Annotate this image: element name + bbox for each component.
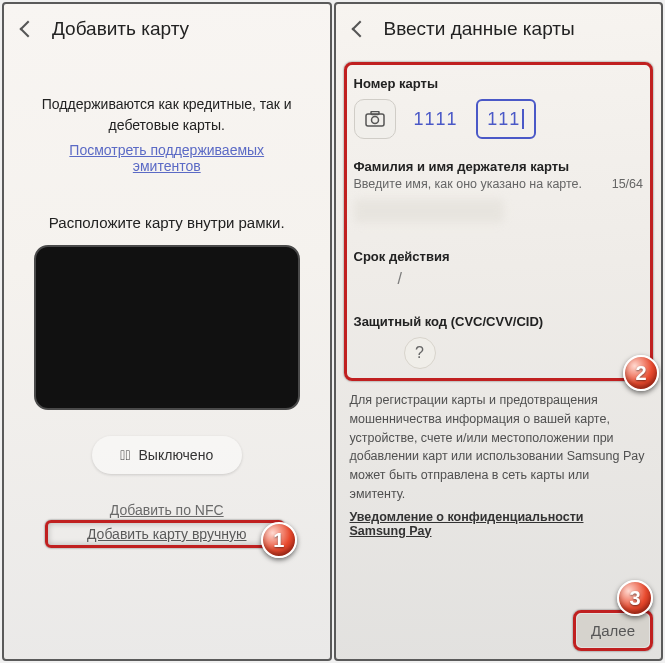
page-title: Ввести данные карты bbox=[384, 18, 575, 40]
cardnum-label: Номер карты bbox=[354, 76, 644, 91]
lead-text: Поддерживаются как кредитные, так и дебе… bbox=[24, 94, 310, 136]
expiry-sep: / bbox=[398, 270, 402, 288]
annotation-badge-3: 3 bbox=[617, 580, 653, 616]
supported-link[interactable]: Посмотреть поддерживаемых эмитентов bbox=[24, 142, 310, 174]
next-button[interactable]: Далее bbox=[577, 614, 649, 647]
camera-card-frame[interactable] bbox=[34, 245, 300, 410]
svg-rect-2 bbox=[371, 112, 379, 115]
back-icon[interactable] bbox=[351, 21, 368, 38]
privacy-link[interactable]: Уведомление о конфиденциальности Samsung… bbox=[336, 510, 662, 538]
holder-input[interactable] bbox=[354, 199, 504, 223]
instruction: Расположите карту внутри рамки. bbox=[24, 214, 310, 231]
holder-label: Фамилия и имя держателя карты bbox=[354, 159, 644, 174]
holder-hint: Введите имя, как оно указано на карте. bbox=[354, 177, 583, 191]
header-left: Добавить карту bbox=[4, 4, 330, 54]
cvc-help-icon[interactable]: ? bbox=[404, 337, 436, 369]
cvc-label: Защитный код (CVC/CVV/CID) bbox=[354, 314, 644, 329]
flash-off-icon: ⚡⃠ bbox=[120, 447, 130, 463]
svg-point-1 bbox=[371, 117, 378, 124]
expiry-label: Срок действия bbox=[354, 249, 644, 264]
cardnum-group-2[interactable]: 111 bbox=[476, 99, 536, 139]
annotation-badge-2: 2 bbox=[623, 355, 659, 391]
flash-toggle[interactable]: ⚡⃠ Выключено bbox=[92, 436, 242, 474]
holder-hint-row: Введите имя, как оно указано на карте. 1… bbox=[354, 177, 644, 191]
legal-text: Для регистрации карты и предотвращения м… bbox=[336, 381, 662, 510]
back-icon[interactable] bbox=[20, 21, 37, 38]
header-right: Ввести данные карты bbox=[336, 4, 662, 54]
holder-counter: 15/64 bbox=[612, 177, 643, 191]
page-title: Добавить карту bbox=[52, 18, 189, 40]
card-form: Номер карты 1111 111 Фамилия и имя держа… bbox=[344, 62, 654, 381]
flash-label: Выключено bbox=[139, 447, 214, 463]
cardnum-group-1[interactable]: 1111 bbox=[406, 99, 466, 139]
add-by-nfc[interactable]: Добавить по NFC bbox=[24, 502, 310, 518]
annotation-badge-1: 1 bbox=[261, 522, 297, 558]
add-manually[interactable]: Добавить карту вручную bbox=[55, 524, 279, 544]
camera-icon[interactable] bbox=[354, 99, 396, 139]
